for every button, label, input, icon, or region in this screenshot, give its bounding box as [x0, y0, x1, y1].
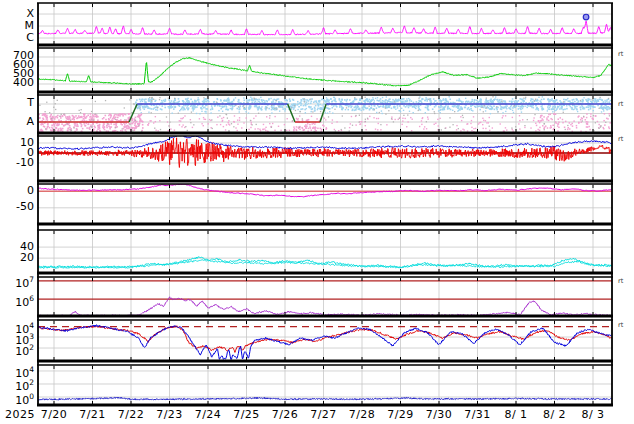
label-text: 10	[15, 344, 29, 357]
label-exponent: 3	[29, 332, 34, 341]
y-axis-label-p7: 107	[0, 274, 34, 290]
panel-proton-flux	[38, 277, 612, 316]
label-exponent: 4	[29, 365, 34, 374]
y-axis-label-p8: 102	[0, 342, 34, 358]
label-text: 8/ 3	[581, 408, 604, 421]
y-axis-label-p5: -50	[0, 201, 34, 213]
label-text: 20	[20, 251, 34, 264]
x-axis-date-label: 7/28	[349, 408, 376, 421]
realtime-tag: rt	[618, 50, 623, 58]
label-text: C	[26, 31, 34, 44]
label-text: -50	[16, 200, 34, 213]
series-electrons-blue	[38, 325, 612, 360]
series-bottom-blue	[38, 397, 612, 400]
label-text: 7/25	[233, 408, 260, 421]
y-axis-label-p6: 20	[0, 252, 34, 264]
label-text: 8/ 1	[504, 408, 527, 421]
label-exponent: 6	[29, 294, 34, 303]
label-exponent: 0	[29, 392, 34, 401]
panel-solar-wind-speed	[38, 48, 612, 92]
x-axis-date-label: 7/22	[118, 408, 145, 421]
label-text: -10	[16, 156, 34, 169]
x-axis-date-label: 7/24	[195, 408, 222, 421]
flare-event-marker	[583, 14, 589, 20]
y-axis-label-p9: 100	[0, 391, 34, 407]
label-exponent: 7	[29, 275, 34, 284]
y-axis-label-p2: 400	[0, 77, 34, 89]
label-text: rt	[618, 100, 623, 108]
realtime-tag: rt	[618, 277, 623, 285]
panel-density	[38, 230, 612, 273]
series-bt	[38, 135, 612, 150]
label-text: 7/29	[387, 408, 414, 421]
x-axis-date-label: 8/ 1	[504, 408, 527, 421]
series-dst	[38, 184, 611, 197]
x-axis-date-label: 7/23	[156, 408, 183, 421]
x-axis-year-label: 2025	[5, 408, 35, 421]
x-axis-date-label: 7/31	[464, 408, 491, 421]
label-text: 400	[13, 76, 34, 89]
series-speed	[38, 58, 612, 87]
x-axis-date-label: 7/21	[79, 408, 106, 421]
label-text: 7/31	[464, 408, 491, 421]
x-axis-date-label: 8/ 3	[581, 408, 604, 421]
label-text: 7/20	[41, 408, 68, 421]
label-exponent: 2	[29, 378, 34, 387]
y-axis-label-p3: T	[0, 97, 34, 109]
label-text: 8/ 2	[543, 408, 566, 421]
panel-imf-bt-bz	[38, 135, 612, 181]
label-text: 10	[15, 295, 29, 308]
label-text: 7/23	[156, 408, 183, 421]
y-axis-label-p7: 106	[0, 293, 34, 309]
space-weather-multipanel-chart: XMC700600500400TA100-100-504020107106104…	[0, 0, 634, 424]
x-axis-date-label: 7/25	[233, 408, 260, 421]
label-exponent: 2	[29, 343, 34, 352]
panel-dst-index	[38, 184, 612, 224]
y-axis-label-p4: -10	[0, 157, 34, 169]
panel-tracking-status	[38, 95, 613, 133]
label-text: A	[26, 115, 34, 128]
x-axis-date-label: 7/26	[272, 408, 299, 421]
panel-electron-flux	[38, 320, 612, 361]
x-axis-date-label: 7/30	[426, 408, 453, 421]
y-axis-label-p5: 0	[0, 185, 34, 197]
label-text: rt	[618, 135, 623, 143]
series-protons	[38, 297, 612, 317]
label-text: 7/22	[118, 408, 145, 421]
label-text: 10	[15, 277, 29, 290]
label-text: 0	[27, 184, 34, 197]
chart-canvas	[0, 0, 634, 424]
label-text: 10	[15, 393, 29, 406]
label-text: T	[27, 96, 34, 109]
label-text: rt	[618, 321, 623, 329]
realtime-tag: rt	[618, 321, 623, 329]
label-text: 7/26	[272, 408, 299, 421]
y-axis-label-p3: A	[0, 116, 34, 128]
label-text: 7/27	[310, 408, 337, 421]
label-text: 7/24	[195, 408, 222, 421]
x-axis-date-label: 7/27	[310, 408, 337, 421]
label-exponent: 4	[29, 321, 34, 330]
label-text: 7/30	[426, 408, 453, 421]
y-axis-label-p1: C	[0, 32, 34, 44]
series-xray	[38, 21, 612, 35]
realtime-tag: rt	[618, 100, 623, 108]
label-text: rt	[618, 50, 623, 58]
panel-background-flux	[38, 365, 612, 405]
x-axis-date-label: 7/29	[387, 408, 414, 421]
x-axis-date-label: 7/20	[41, 408, 68, 421]
label-text: rt	[618, 277, 623, 285]
label-text: 7/21	[79, 408, 106, 421]
label-text: 7/28	[349, 408, 376, 421]
realtime-tag: rt	[618, 135, 623, 143]
x-axis-date-label: 8/ 2	[543, 408, 566, 421]
panel-goes-xray-flux	[38, 3, 612, 45]
